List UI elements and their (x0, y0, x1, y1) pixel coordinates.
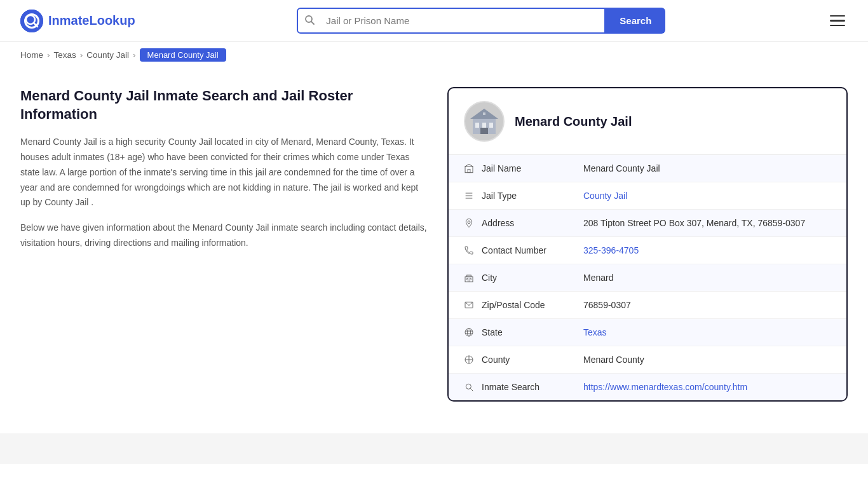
table-row: StateTexas (449, 319, 846, 346)
menu-button[interactable] (827, 13, 848, 29)
menu-line-3 (830, 25, 845, 27)
row-link[interactable]: https://www.menardtexas.com/county.htm (583, 382, 747, 392)
menu-line-1 (830, 15, 845, 17)
svg-rect-7 (475, 123, 479, 128)
table-row: Contact Number325-396-4705 (449, 237, 846, 264)
logo[interactable]: InmateLookup (20, 10, 135, 32)
svg-rect-19 (467, 275, 471, 277)
row-value: Menard County Jail (583, 163, 831, 173)
breadcrumb-county-jail[interactable]: County Jail (86, 50, 129, 60)
svg-point-0 (20, 10, 43, 32)
breadcrumb-home[interactable]: Home (20, 50, 43, 60)
row-label: State (482, 327, 583, 337)
table-row: Jail NameMenard County Jail (449, 155, 846, 182)
row-link[interactable]: County Jail (583, 191, 627, 201)
table-row: CityMenard (449, 264, 846, 292)
search-icon (464, 382, 482, 392)
row-label: Jail Name (482, 163, 583, 173)
svg-rect-20 (467, 278, 468, 280)
header: InmateLookup Search (0, 0, 868, 42)
svg-point-17 (468, 221, 470, 224)
row-label: Contact Number (482, 245, 583, 255)
row-link[interactable]: 325-396-4705 (583, 245, 639, 255)
row-value: Menard (583, 273, 831, 283)
search-button[interactable]: Search (606, 8, 665, 34)
table-row: Zip/Postal Code76859-0307 (449, 292, 846, 319)
main-content: Menard County Jail Inmate Search and Jai… (0, 68, 868, 421)
jail-icon (464, 163, 482, 173)
row-value: 76859-0307 (583, 300, 831, 310)
breadcrumb-sep-1: › (47, 50, 50, 60)
card-header: Menard County Jail (449, 88, 846, 155)
list-icon (464, 191, 482, 201)
row-value[interactable]: 325-396-4705 (583, 245, 831, 255)
svg-rect-12 (465, 166, 473, 172)
svg-rect-21 (470, 278, 471, 280)
svg-point-26 (467, 329, 470, 336)
county-icon (464, 355, 482, 365)
row-label: Inmate Search (482, 382, 583, 392)
row-value[interactable]: Texas (583, 327, 831, 337)
zip-icon (464, 300, 482, 310)
breadcrumb-texas[interactable]: Texas (54, 50, 76, 60)
svg-line-4 (311, 22, 314, 24)
jail-info-card: Menard County Jail Jail NameMenard Count… (447, 87, 848, 402)
phone-icon (464, 245, 482, 255)
row-value: 208 Tipton Street PO Box 307, Menard, TX… (583, 218, 831, 228)
footer-area (0, 433, 868, 464)
row-link[interactable]: Texas (583, 327, 607, 337)
svg-point-1 (26, 15, 35, 24)
row-label: County (482, 355, 583, 365)
header-search-area: Search (297, 8, 665, 34)
card-jail-name: Menard County Jail (515, 114, 632, 129)
logo-text: InmateLookup (48, 13, 135, 28)
svg-rect-9 (489, 123, 493, 128)
row-value[interactable]: County Jail (583, 191, 831, 201)
globe-icon (464, 327, 482, 337)
table-row: CountyMenard County (449, 346, 846, 374)
svg-rect-18 (465, 277, 473, 282)
search-input[interactable] (321, 9, 604, 32)
description-2: Below we have given information about th… (20, 220, 427, 251)
row-label: Address (482, 218, 583, 228)
row-label: City (482, 273, 583, 283)
breadcrumb: Home › Texas › County Jail › Menard Coun… (0, 42, 868, 68)
page-title: Menard County Jail Inmate Search and Jai… (20, 87, 427, 123)
breadcrumb-sep-2: › (80, 50, 83, 60)
row-label: Zip/Postal Code (482, 300, 583, 310)
info-table: Jail NameMenard County JailJail TypeCoun… (449, 155, 846, 400)
logo-icon (20, 10, 43, 32)
table-row: Jail TypeCounty Jail (449, 182, 846, 210)
search-icon (298, 15, 321, 27)
jail-avatar (464, 101, 505, 142)
svg-rect-11 (483, 112, 485, 115)
search-box (297, 8, 606, 34)
svg-rect-8 (482, 123, 486, 128)
svg-rect-10 (480, 128, 488, 134)
table-row: Inmate Searchhttps://www.menardtexas.com… (449, 374, 846, 400)
city-icon (464, 273, 482, 283)
table-row: Address208 Tipton Street PO Box 307, Men… (449, 210, 846, 237)
breadcrumb-sep-3: › (133, 50, 136, 60)
row-value: Menard County (583, 355, 831, 365)
svg-rect-13 (468, 169, 470, 172)
row-value[interactable]: https://www.menardtexas.com/county.htm (583, 382, 831, 392)
row-label: Jail Type (482, 191, 583, 201)
svg-point-25 (465, 329, 473, 336)
left-panel: Menard County Jail Inmate Search and Jai… (20, 87, 427, 261)
svg-line-31 (471, 389, 473, 391)
svg-line-2 (34, 23, 37, 27)
menu-line-2 (830, 20, 845, 22)
breadcrumb-current: Menard County Jail (140, 48, 226, 62)
svg-point-30 (466, 384, 471, 389)
description-1: Menard County Jail is a high security Co… (20, 135, 427, 210)
location-icon (464, 218, 482, 228)
